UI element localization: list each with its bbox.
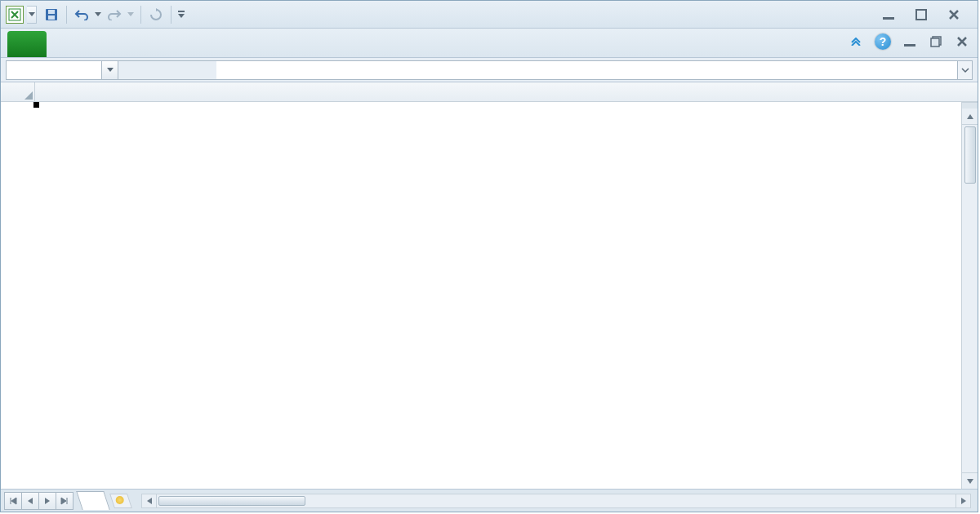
excel-app-icon[interactable] bbox=[6, 6, 24, 24]
formula-bar bbox=[1, 58, 978, 82]
tab-data[interactable] bbox=[239, 47, 282, 57]
scroll-down-icon[interactable] bbox=[962, 472, 978, 489]
redo-dropdown-icon[interactable] bbox=[126, 5, 136, 24]
tab-review[interactable] bbox=[282, 47, 324, 57]
sheet-nav-next-icon[interactable] bbox=[38, 492, 56, 510]
qat-customize-icon[interactable] bbox=[176, 5, 186, 24]
svg-rect-6 bbox=[916, 10, 926, 20]
titlebar bbox=[1, 1, 978, 29]
ribbon-tabs: ? bbox=[1, 29, 978, 58]
quick-access-toolbar bbox=[42, 5, 186, 24]
tab-page-layout[interactable] bbox=[154, 47, 197, 57]
select-all-corner[interactable] bbox=[1, 82, 35, 101]
horizontal-scrollbar[interactable] bbox=[141, 494, 971, 508]
scroll-right-icon[interactable] bbox=[956, 494, 970, 507]
svg-rect-2 bbox=[48, 10, 55, 14]
vertical-scrollbar[interactable] bbox=[961, 102, 978, 489]
undo-icon[interactable] bbox=[72, 5, 91, 24]
row-headers bbox=[1, 102, 33, 489]
svg-rect-9 bbox=[931, 38, 939, 47]
workbook-close-icon[interactable] bbox=[955, 34, 969, 49]
sheet-tab-sheet1[interactable] bbox=[76, 491, 109, 510]
name-box-dropdown-icon[interactable] bbox=[102, 60, 118, 80]
new-sheet-icon[interactable] bbox=[109, 494, 132, 508]
tab-view[interactable] bbox=[324, 47, 367, 57]
sheet-nav-first-icon[interactable] bbox=[4, 492, 22, 510]
file-tab[interactable] bbox=[7, 31, 47, 57]
fill-handle[interactable] bbox=[33, 102, 39, 108]
cells-area[interactable] bbox=[33, 102, 978, 489]
minimize-icon[interactable] bbox=[881, 7, 896, 22]
tab-formulas[interactable] bbox=[197, 47, 239, 57]
sheet-nav-last-icon[interactable] bbox=[56, 492, 74, 510]
svg-rect-4 bbox=[178, 11, 185, 12]
redo-icon[interactable] bbox=[105, 5, 124, 24]
sheet-nav-prev-icon[interactable] bbox=[21, 492, 39, 510]
formula-bar-expand-icon[interactable] bbox=[958, 60, 973, 80]
repeat-icon[interactable] bbox=[146, 5, 166, 24]
svg-rect-7 bbox=[904, 44, 915, 47]
ribbon-minimize-icon[interactable] bbox=[849, 34, 863, 49]
svg-rect-5 bbox=[883, 17, 894, 20]
maximize-icon[interactable] bbox=[914, 7, 929, 22]
sheet-tab-bar bbox=[1, 489, 978, 512]
help-icon[interactable]: ? bbox=[875, 33, 891, 50]
split-handle-top[interactable] bbox=[962, 102, 978, 109]
scroll-up-icon[interactable] bbox=[962, 109, 978, 125]
formula-input[interactable] bbox=[216, 60, 958, 80]
close-icon[interactable] bbox=[947, 7, 961, 22]
vertical-scroll-thumb[interactable] bbox=[964, 126, 976, 184]
undo-dropdown-icon[interactable] bbox=[93, 5, 103, 24]
app-menu-dropdown[interactable] bbox=[27, 6, 37, 24]
name-box[interactable] bbox=[6, 60, 102, 80]
horizontal-scroll-thumb[interactable] bbox=[158, 496, 305, 506]
column-headers bbox=[1, 82, 978, 102]
excel-window: ? bbox=[0, 0, 978, 512]
save-icon[interactable] bbox=[42, 5, 61, 24]
formula-bar-buttons bbox=[118, 60, 216, 80]
worksheet-grid bbox=[1, 82, 978, 489]
svg-rect-3 bbox=[48, 16, 55, 20]
tab-home[interactable] bbox=[69, 47, 112, 57]
workbook-restore-icon[interactable] bbox=[929, 34, 943, 49]
workbook-minimize-icon[interactable] bbox=[902, 34, 917, 49]
scroll-left-icon[interactable] bbox=[142, 494, 157, 507]
window-controls bbox=[881, 7, 973, 22]
tab-insert[interactable] bbox=[112, 47, 154, 57]
selection-outline bbox=[33, 102, 38, 107]
